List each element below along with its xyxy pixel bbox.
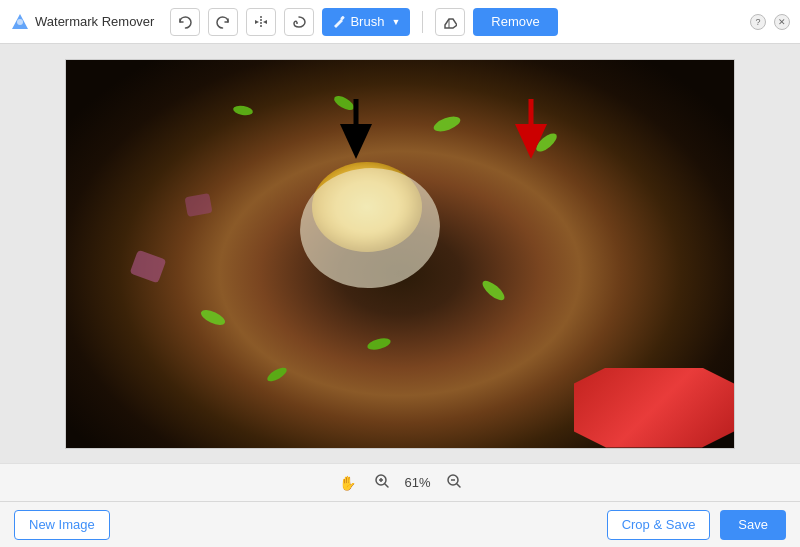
undo-button[interactable] bbox=[170, 8, 200, 36]
zoom-in-icon bbox=[374, 473, 390, 489]
new-image-button[interactable]: New Image bbox=[14, 510, 110, 540]
red-arrow bbox=[510, 94, 552, 164]
brush-button[interactable]: Brush ▼ bbox=[322, 8, 410, 36]
egg-white bbox=[295, 162, 445, 294]
svg-line-19 bbox=[457, 484, 460, 487]
zoom-value: 61% bbox=[400, 475, 436, 490]
crop-save-button[interactable]: Crop & Save bbox=[607, 510, 711, 540]
zoom-in-button[interactable] bbox=[374, 473, 390, 492]
help-button[interactable]: ? bbox=[750, 14, 766, 30]
onion-2 bbox=[185, 193, 213, 217]
undo-icon bbox=[178, 15, 192, 29]
eraser-button[interactable] bbox=[435, 8, 465, 36]
svg-line-16 bbox=[385, 484, 388, 487]
app-logo: Watermark Remover bbox=[10, 12, 162, 32]
svg-marker-10 bbox=[340, 124, 372, 159]
toolbar-divider bbox=[422, 11, 423, 33]
pepper-8 bbox=[266, 365, 290, 384]
lasso-button[interactable] bbox=[284, 8, 314, 36]
pepper-1 bbox=[432, 113, 462, 134]
title-bar: Watermark Remover Brush ▼ bbox=[0, 0, 800, 44]
brush-dropdown-arrow: ▼ bbox=[391, 17, 400, 27]
canvas-area bbox=[0, 44, 800, 463]
hand-tool-icon[interactable]: ✋ bbox=[339, 475, 356, 491]
app-title: Watermark Remover bbox=[35, 14, 154, 29]
flip-button[interactable] bbox=[246, 8, 276, 36]
watermark-area bbox=[574, 368, 734, 448]
brush-label: Brush bbox=[350, 14, 384, 29]
zoom-out-button[interactable] bbox=[446, 473, 462, 492]
action-right: Crop & Save Save bbox=[607, 510, 786, 540]
zoom-bar: ✋ 61% bbox=[0, 463, 800, 501]
close-button[interactable]: ✕ bbox=[774, 14, 790, 30]
save-button[interactable]: Save bbox=[720, 510, 786, 540]
redo-button[interactable] bbox=[208, 8, 238, 36]
flip-icon bbox=[254, 15, 268, 29]
pepper-6 bbox=[366, 336, 392, 352]
action-bar: New Image Crop & Save Save bbox=[0, 501, 800, 547]
brush-icon bbox=[332, 15, 345, 28]
svg-marker-4 bbox=[263, 20, 267, 24]
remove-button[interactable]: Remove bbox=[473, 8, 557, 36]
redo-icon bbox=[216, 15, 230, 29]
food-image bbox=[66, 60, 734, 448]
image-container bbox=[65, 59, 735, 449]
lasso-icon bbox=[292, 15, 306, 29]
svg-marker-12 bbox=[515, 124, 547, 159]
pepper-4 bbox=[232, 104, 253, 116]
svg-marker-7 bbox=[445, 19, 457, 28]
eraser-icon bbox=[443, 15, 457, 29]
zoom-out-icon bbox=[446, 473, 462, 489]
svg-point-1 bbox=[17, 19, 23, 25]
pepper-5 bbox=[198, 307, 226, 328]
svg-point-5 bbox=[296, 22, 298, 24]
app-logo-icon bbox=[10, 12, 30, 32]
onion-1 bbox=[129, 249, 166, 283]
black-arrow bbox=[335, 94, 377, 164]
svg-marker-3 bbox=[255, 20, 259, 24]
pepper-7 bbox=[480, 277, 508, 303]
